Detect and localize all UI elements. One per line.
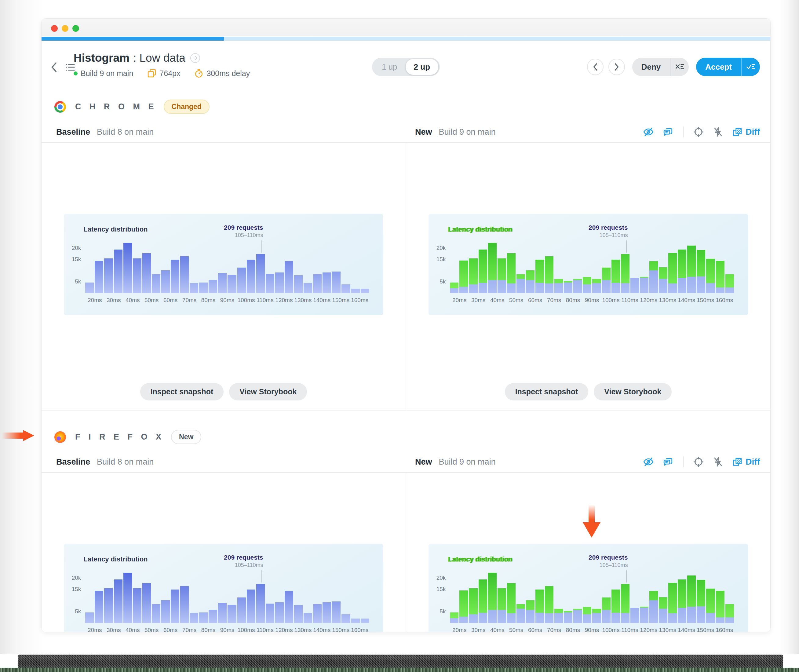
- deny-button[interactable]: Deny: [632, 58, 670, 76]
- chart-title: Latency distribution: [83, 555, 147, 563]
- page-right-gradient: [778, 0, 799, 654]
- layout-toggle: 1 up 2 up: [372, 58, 440, 76]
- inspect-snapshot-button[interactable]: Inspect snapshot: [140, 383, 224, 400]
- view-storybook-button[interactable]: View Storybook: [229, 383, 307, 400]
- story-meta-row: Build 9 on main 764px 300ms delay: [74, 69, 250, 78]
- build-status: Build 9 on main: [74, 69, 133, 78]
- browser-label-chrome: C H R O M E: [75, 102, 157, 112]
- snapshot-chart-baseline-chrome: Latency distribution 5k15k20k209 request…: [64, 214, 383, 315]
- snapshot-chart-baseline-firefox: Latency distribution 5k15k20k209 request…: [64, 544, 383, 632]
- new-snapshot-pane-chrome: Latency distribution 5k15k20k209 request…: [406, 143, 770, 410]
- viewport-icon: [147, 69, 157, 78]
- diff-label: Diff: [746, 127, 760, 137]
- page-title: Histogram : Low data: [74, 52, 250, 64]
- snapshot-toolbar: Diff: [642, 456, 760, 468]
- baseline-label: Baseline: [56, 127, 90, 137]
- comments-icon[interactable]: [662, 456, 674, 468]
- inspect-snapshot-button[interactable]: Inspect snapshot: [505, 383, 588, 400]
- build-status-dot-icon: [74, 72, 78, 75]
- browser-label-firefox: F I R E F O X: [75, 432, 164, 442]
- minimize-window-button[interactable]: [62, 25, 69, 32]
- comments-icon[interactable]: [662, 126, 674, 138]
- toggle-1up[interactable]: 1 up: [374, 59, 406, 75]
- next-change-button[interactable]: [609, 59, 625, 75]
- diff-icon: [732, 457, 743, 467]
- baseline-snapshot-pane-chrome: Latency distribution 5k15k20k209 request…: [42, 143, 406, 410]
- page-left-gradient: [0, 0, 43, 654]
- page-bottom-strip: [0, 668, 799, 672]
- close-window-button[interactable]: [51, 25, 58, 32]
- accept-batch-icon[interactable]: [741, 58, 760, 76]
- diff-toggle[interactable]: Diff: [732, 127, 760, 137]
- previous-change-button[interactable]: [587, 59, 604, 75]
- go-to-story-icon[interactable]: [190, 53, 200, 63]
- status-badge-new: New: [171, 430, 201, 444]
- delay-label: 300ms delay: [206, 69, 250, 78]
- snapshot-toolbar: Diff: [642, 126, 760, 138]
- flash-off-icon[interactable]: [712, 456, 724, 468]
- baseline-snapshot-pane-firefox: Latency distribution 5k15k20k209 request…: [42, 473, 406, 632]
- accept-button[interactable]: Accept: [696, 58, 741, 76]
- progress-fill: [42, 37, 224, 41]
- window-shadow: [18, 654, 783, 669]
- story-component-name: Histogram: [74, 52, 129, 64]
- view-storybook-button[interactable]: View Storybook: [594, 383, 672, 400]
- viewport-label: 764px: [160, 69, 180, 78]
- chart-title-diff: Latency distribution: [448, 226, 512, 234]
- status-badge-changed: Changed: [164, 99, 209, 114]
- chart-title-diff: Latency distribution: [448, 555, 512, 563]
- snapshot-chart-new-firefox: Latency distribution 5k15k20k209 request…: [428, 544, 748, 632]
- build-status-label: Build 9 on main: [81, 69, 133, 78]
- window-titlebar: [42, 19, 770, 36]
- toolbar-divider: [683, 126, 684, 138]
- baseline-label: Baseline: [56, 457, 90, 467]
- new-build-label: Build 9 on main: [439, 457, 496, 467]
- chart-title: Latency distribution: [83, 226, 147, 234]
- annotation-arrow-down-icon: [583, 505, 601, 538]
- focus-crosshair-icon[interactable]: [693, 126, 704, 138]
- new-snapshot-pane-firefox: Latency distribution 5k15k20k209 request…: [406, 473, 770, 632]
- hide-baseline-eye-off-icon[interactable]: [642, 126, 654, 138]
- browser-section-header-firefox: F I R E F O X New: [54, 430, 201, 444]
- focus-crosshair-icon[interactable]: [693, 456, 704, 468]
- diff-label: Diff: [746, 457, 760, 467]
- baseline-build-label: Build 8 on main: [97, 457, 153, 467]
- accept-split-button: Accept: [696, 58, 760, 76]
- new-label: New: [415, 127, 432, 137]
- diff-icon: [732, 127, 743, 137]
- deny-batch-icon[interactable]: [670, 58, 689, 76]
- new-label: New: [415, 457, 432, 467]
- snapshot-chart-new-chrome: Latency distribution 5k15k20k209 request…: [428, 214, 748, 315]
- timer-icon: [194, 69, 203, 78]
- annotation-arrow-right-icon: [2, 430, 34, 441]
- new-build-label: Build 9 on main: [439, 127, 496, 137]
- story-name: : Low data: [133, 52, 185, 64]
- viewport-size: 764px: [147, 69, 180, 78]
- toolbar-divider: [683, 456, 684, 467]
- toggle-2up[interactable]: 2 up: [406, 59, 438, 75]
- back-button[interactable]: [48, 61, 60, 73]
- app-window: Histogram : Low data Build 9 on main 764…: [41, 18, 770, 632]
- delay-setting: 300ms delay: [194, 69, 250, 78]
- chrome-icon: [54, 101, 66, 113]
- browser-section-header-chrome: C H R O M E Changed: [54, 99, 209, 114]
- hide-baseline-eye-off-icon[interactable]: [642, 456, 654, 468]
- deny-split-button: Deny: [632, 58, 689, 76]
- baseline-build-label: Build 8 on main: [97, 127, 153, 137]
- diff-toggle[interactable]: Diff: [732, 457, 760, 467]
- firefox-icon: [54, 431, 66, 443]
- review-progress-bar: [42, 37, 770, 41]
- flash-off-icon[interactable]: [712, 126, 724, 138]
- zoom-window-button[interactable]: [72, 25, 79, 32]
